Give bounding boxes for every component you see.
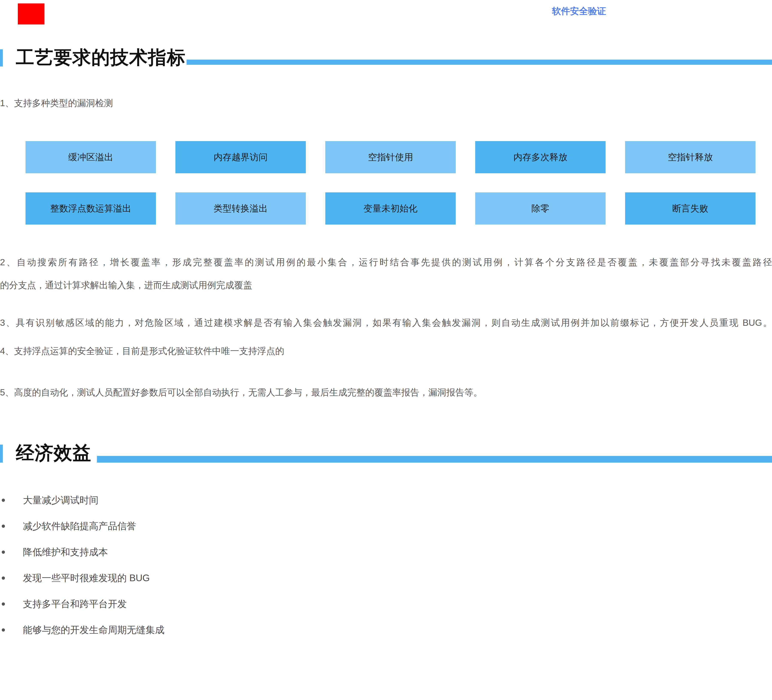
bullet-icon [2,576,5,580]
bullet-icon [2,551,5,554]
list-item: 支持多平台和跨平台开发 [0,597,686,610]
vuln-box-cast-overflow: 类型转换溢出 [175,192,306,224]
benefit-label: 降低维护和支持成本 [23,546,108,558]
section1-title: 工艺要求的技术指标 [16,47,186,67]
paragraph-1: 1、支持多种类型的漏洞检测 [0,98,772,108]
list-item: 降低维护和支持成本 [0,546,686,558]
benefit-label: 能够与您的开发生命周期无缝集成 [23,624,165,636]
vuln-box-buffer-overflow: 缓冲区溢出 [26,141,156,173]
list-item: 能够与您的开发生命周期无缝集成 [0,623,686,636]
paragraph-5: 5、高度的自动化，测试人员配置好参数后可以全部自动执行，无需人工参与，最后生成完… [0,387,772,398]
vuln-box-arith-overflow: 整数浮点数运算溢出 [26,192,156,224]
paragraph-2-line-2: 的分支点，通过计算求解出输入集，进而生成测试用例完成覆盖 [0,280,772,291]
section1-underline [186,60,772,65]
paragraph-3: 3、具有识别敏感区域的能力，对危险区域，通过建模求解是否有输入集会触发漏洞，如果… [0,317,772,328]
section2-title: 经济效益 [16,443,92,462]
list-item: 大量减少调试时间 [0,494,686,507]
bullet-icon [2,499,5,502]
benefits-list: 大量减少调试时间 减少软件缺陷提高产品信誉 降低维护和支持成本 发现一些平时很难… [0,494,686,649]
section2-underline [97,456,772,463]
paragraph-4: 4、支持浮点运算的安全验证，目前是形式化验证软件中唯一支持浮点的 [0,346,772,357]
document-title: 软件安全验证 [525,6,633,16]
list-item: 发现一些平时很难发现的 BUG [0,572,686,584]
paragraph-2-line-1: 2、自动搜索所有路径，增长覆盖率，形成完整覆盖率的测试用例的最小集合，运行时结合… [0,257,772,268]
section2-accent-bar [0,445,3,463]
vuln-box-double-free: 内存多次释放 [475,141,605,173]
benefit-label: 减少软件缺陷提高产品信誉 [23,520,136,533]
benefit-label: 大量减少调试时间 [23,494,98,507]
vuln-box-null-free: 空指针释放 [625,141,756,173]
vuln-box-null-deref: 空指针使用 [325,141,456,173]
bullet-icon [2,525,5,528]
red-corner-badge [18,3,44,25]
list-item: 减少软件缺陷提高产品信誉 [0,520,686,533]
bullet-icon [2,628,5,631]
vuln-box-div-by-zero: 除零 [475,192,605,224]
vulnerability-box-grid: 缓冲区溢出 内存越界访问 空指针使用 内存多次释放 空指针释放 整数浮点数运算溢… [26,141,756,224]
vuln-box-uninit-var: 变量未初始化 [325,192,456,224]
vuln-box-assert-fail: 断言失败 [625,192,756,224]
section1-accent-bar [0,49,3,67]
bullet-icon [2,602,5,606]
document-page: 软件安全验证 工艺要求的技术指标 1、支持多种类型的漏洞检测 缓冲区溢出 内存越… [0,0,772,700]
benefit-label: 支持多平台和跨平台开发 [23,598,127,610]
benefit-label: 发现一些平时很难发现的 BUG [23,572,150,584]
vuln-box-oob-access: 内存越界访问 [175,141,306,173]
